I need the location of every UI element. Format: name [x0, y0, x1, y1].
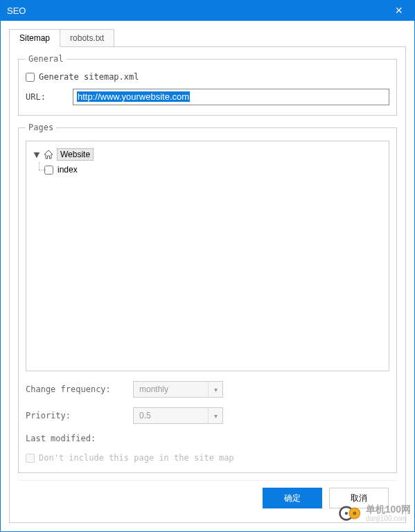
- tree-root-item[interactable]: ⯆ Website: [32, 147, 383, 162]
- ok-button[interactable]: 确定: [263, 488, 322, 508]
- exclude-page-checkbox[interactable]: [26, 454, 35, 463]
- url-value: http://www.yourwebsite.com: [77, 91, 190, 102]
- url-label: URL:: [26, 92, 73, 102]
- tree-item-label: index: [58, 165, 78, 175]
- tree-item[interactable]: index: [44, 162, 383, 177]
- last-modified-label: Last modified:: [26, 434, 133, 443]
- change-frequency-label: Change frequency:: [26, 384, 133, 394]
- general-fieldset: General Generate sitemap.xml URL: http:/…: [18, 54, 397, 116]
- exclude-page-label: Don't include this page in the site map: [39, 453, 234, 463]
- window-title: SEO: [7, 6, 26, 16]
- priority-label: Priority:: [26, 411, 133, 420]
- url-input[interactable]: http://www.yourwebsite.com: [73, 89, 389, 105]
- priority-select[interactable]: 0.5 ▾: [133, 407, 223, 424]
- pages-tree[interactable]: ⯆ Website index: [26, 141, 389, 371]
- tab-robots[interactable]: robots.txt: [60, 29, 114, 47]
- chevron-down-icon: ▾: [208, 407, 223, 424]
- home-icon: [43, 149, 54, 160]
- tab-panel-sitemap: General Generate sitemap.xml URL: http:/…: [9, 46, 406, 523]
- change-frequency-select[interactable]: monthly ▾: [133, 381, 223, 398]
- dialog-footer: 确定 取消: [18, 480, 397, 515]
- titlebar: SEO ×: [0, 0, 415, 21]
- generate-sitemap-checkbox[interactable]: [26, 73, 35, 82]
- chevron-down-icon: ▾: [208, 381, 223, 398]
- tab-sitemap[interactable]: Sitemap: [9, 29, 60, 47]
- tree-root-label: Website: [57, 148, 94, 161]
- close-icon[interactable]: ×: [389, 0, 408, 21]
- tree-item-checkbox[interactable]: [44, 166, 53, 175]
- chevron-down-icon[interactable]: ⯆: [32, 151, 42, 159]
- generate-sitemap-label: Generate sitemap.xml: [39, 72, 139, 82]
- pages-legend: Pages: [26, 123, 56, 132]
- pages-fieldset: Pages ⯆ Website index Change fr: [18, 123, 397, 473]
- cancel-button[interactable]: 取消: [329, 488, 389, 508]
- tab-bar: Sitemap robots.txt: [9, 29, 406, 47]
- tree-children: index: [32, 162, 383, 177]
- general-legend: General: [26, 54, 67, 64]
- content-area: Sitemap robots.txt General Generate site…: [0, 21, 415, 532]
